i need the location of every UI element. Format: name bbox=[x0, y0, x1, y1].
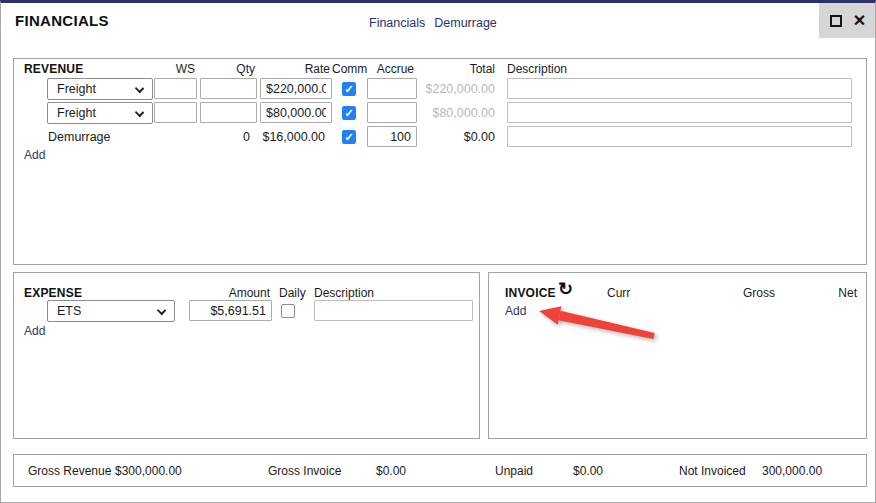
add-expense-link[interactable]: Add bbox=[24, 324, 45, 338]
expense-title: EXPENSE bbox=[24, 286, 82, 300]
expense-panel: EXPENSE Amount Daily Description ETS ✓ A… bbox=[13, 272, 480, 439]
col-header-total: Total bbox=[470, 62, 495, 76]
comm-checkbox[interactable]: ✓ bbox=[342, 106, 356, 120]
col-header-rate: Rate bbox=[305, 62, 330, 76]
refresh-icon[interactable]: ↻ bbox=[558, 280, 573, 298]
ws-input[interactable] bbox=[154, 102, 197, 123]
gross-revenue-value: $300,000.00 bbox=[115, 464, 182, 478]
revenue-row: Freight ✓ $80,000.00 bbox=[14, 102, 866, 124]
invoice-title: INVOICE bbox=[505, 286, 556, 300]
rate-input[interactable] bbox=[260, 78, 332, 99]
unpaid-value: $0.00 bbox=[573, 464, 603, 478]
total-value: $80,000.00 bbox=[432, 106, 495, 120]
chevron-down-icon bbox=[135, 84, 144, 93]
col-header-curr: Curr bbox=[607, 286, 630, 300]
window-controls: ✕ bbox=[819, 3, 876, 38]
unpaid-label: Unpaid bbox=[495, 464, 533, 478]
col-header-net: Net bbox=[838, 286, 857, 300]
daily-checkbox[interactable]: ✓ bbox=[281, 304, 295, 318]
comm-checkbox[interactable]: ✓ bbox=[342, 82, 356, 96]
col-header-qty: Qty bbox=[236, 62, 255, 76]
revenue-row: Demurrage 0 $16,000.00 ✓ $0.00 bbox=[14, 126, 866, 148]
check-icon: ✓ bbox=[343, 83, 355, 96]
add-invoice-link[interactable]: Add bbox=[505, 304, 526, 318]
page-title: FINANCIALS bbox=[15, 12, 109, 29]
qty-input[interactable] bbox=[200, 78, 257, 99]
revenue-type-label: Demurrage bbox=[48, 130, 111, 144]
revenue-panel: REVENUE WS Qty Rate Comm Accrue Total De… bbox=[13, 58, 867, 265]
not-invoiced-value: 300,000.00 bbox=[762, 464, 822, 478]
amount-input[interactable] bbox=[189, 300, 272, 321]
chevron-down-icon bbox=[135, 108, 144, 117]
description-input[interactable] bbox=[507, 78, 852, 99]
rate-value: $16,000.00 bbox=[262, 130, 325, 144]
col-header-gross: Gross bbox=[743, 286, 775, 300]
description-input[interactable] bbox=[507, 126, 852, 147]
expense-row: ETS ✓ bbox=[14, 300, 479, 322]
invoice-panel: INVOICE ↻ Curr Gross Net Add bbox=[488, 272, 867, 439]
breadcrumb-demurrage-link[interactable]: Demurrage bbox=[434, 16, 497, 30]
col-header-amount: Amount bbox=[229, 286, 270, 300]
col-header-description: Description bbox=[314, 286, 374, 300]
col-header-comm: Comm bbox=[332, 62, 367, 76]
description-input[interactable] bbox=[314, 300, 473, 321]
not-invoiced-label: Not Invoiced bbox=[679, 464, 746, 478]
description-input[interactable] bbox=[507, 102, 852, 123]
col-header-description: Description bbox=[507, 62, 567, 76]
col-header-ws: WS bbox=[176, 62, 195, 76]
ws-input[interactable] bbox=[154, 78, 197, 99]
comm-checkbox[interactable]: ✓ bbox=[342, 130, 356, 144]
summary-bar: Gross Revenue $300,000.00 Gross Invoice … bbox=[13, 454, 867, 487]
revenue-title: REVENUE bbox=[24, 62, 83, 76]
breadcrumb-financials-link[interactable]: Financials bbox=[369, 16, 425, 30]
col-header-daily: Daily bbox=[279, 286, 306, 300]
revenue-row: Freight ✓ $220,000.00 bbox=[14, 78, 866, 100]
close-icon[interactable]: ✕ bbox=[853, 13, 866, 29]
revenue-type-select[interactable]: Freight bbox=[47, 102, 153, 124]
accrue-input[interactable] bbox=[367, 78, 417, 99]
total-value: $220,000.00 bbox=[425, 82, 495, 96]
add-revenue-link[interactable]: Add bbox=[24, 148, 45, 162]
check-icon: ✓ bbox=[343, 107, 355, 120]
accrue-input[interactable] bbox=[367, 102, 417, 123]
maximize-icon[interactable] bbox=[830, 15, 842, 27]
revenue-type-select[interactable]: Freight bbox=[47, 78, 153, 100]
check-icon: ✓ bbox=[343, 131, 355, 144]
financials-window: FINANCIALS Financials Demurrage ✕ REVENU… bbox=[0, 0, 876, 503]
chevron-down-icon bbox=[157, 306, 166, 315]
gross-invoice-label: Gross Invoice bbox=[268, 464, 341, 478]
breadcrumb: Financials Demurrage bbox=[369, 16, 497, 30]
col-header-accrue: Accrue bbox=[377, 62, 414, 76]
accrue-input[interactable] bbox=[367, 126, 417, 147]
total-value: $0.00 bbox=[464, 130, 495, 144]
qty-input[interactable] bbox=[200, 102, 257, 123]
gross-invoice-value: $0.00 bbox=[376, 464, 406, 478]
gross-revenue-label: Gross Revenue bbox=[28, 464, 111, 478]
rate-input[interactable] bbox=[260, 102, 332, 123]
qty-value: 0 bbox=[243, 130, 250, 144]
expense-type-select[interactable]: ETS bbox=[47, 300, 175, 322]
